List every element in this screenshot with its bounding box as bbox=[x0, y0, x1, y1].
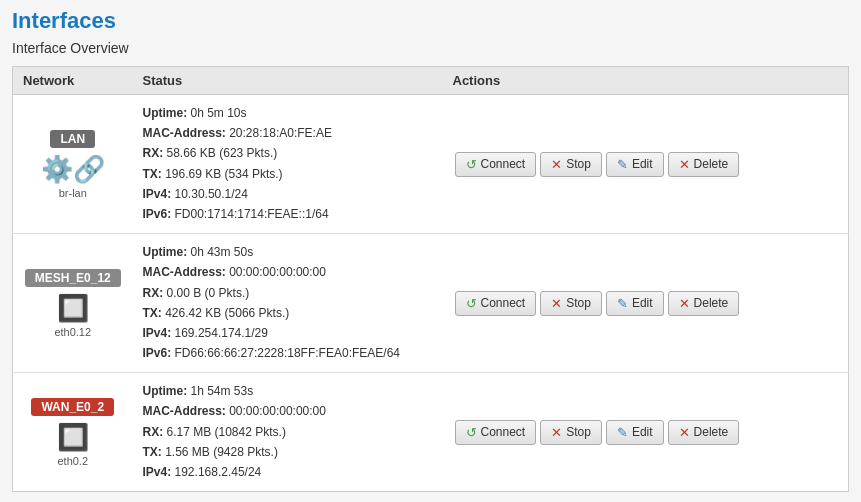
col-header-actions: Actions bbox=[443, 67, 849, 95]
stop-label-1: Stop bbox=[566, 296, 591, 310]
iface-label-1: eth0.12 bbox=[23, 326, 123, 338]
connect-label-0: Connect bbox=[481, 157, 526, 171]
network-badge-2: WAN_E0_2 bbox=[31, 398, 114, 416]
rx-2: RX: 6.17 MB (10842 Pkts.) bbox=[143, 423, 433, 442]
connect-label-2: Connect bbox=[481, 425, 526, 439]
stop-icon-0: ✕ bbox=[551, 157, 562, 172]
stop-label-2: Stop bbox=[566, 425, 591, 439]
iface-label-0: br-lan bbox=[23, 187, 123, 199]
network-cell-1: MESH_E0_12🔲eth0.12 bbox=[13, 234, 133, 373]
rx-0: RX: 58.66 KB (623 Pkts.) bbox=[143, 144, 433, 163]
actions-cell-0: ↺Connect✕Stop✎Edit✕Delete bbox=[443, 95, 849, 234]
status-cell-0: Uptime: 0h 5m 10sMAC-Address: 20:28:18:A… bbox=[133, 95, 443, 234]
iface-icon-2: 🔲 bbox=[23, 422, 123, 453]
mac-1: MAC-Address: 00:00:00:00:00:00 bbox=[143, 263, 433, 282]
delete-label-1: Delete bbox=[694, 296, 729, 310]
stop-icon-1: ✕ bbox=[551, 296, 562, 311]
delete-button-1[interactable]: ✕Delete bbox=[668, 291, 740, 316]
edit-label-0: Edit bbox=[632, 157, 653, 171]
col-header-status: Status bbox=[133, 67, 443, 95]
uptime-0: Uptime: 0h 5m 10s bbox=[143, 104, 433, 123]
status-cell-2: Uptime: 1h 54m 53sMAC-Address: 00:00:00:… bbox=[133, 373, 443, 492]
table-row: MESH_E0_12🔲eth0.12Uptime: 0h 43m 50sMAC-… bbox=[13, 234, 849, 373]
delete-label-2: Delete bbox=[694, 425, 729, 439]
ipv6-0: IPv6: FD00:1714:1714:FEAE::1/64 bbox=[143, 205, 433, 224]
lan-icon: ⚙️🔗 bbox=[41, 154, 105, 184]
stop-button-2[interactable]: ✕Stop bbox=[540, 420, 602, 445]
network-badge-0: LAN bbox=[50, 130, 95, 148]
tx-2: TX: 1.56 MB (9428 Pkts.) bbox=[143, 443, 433, 462]
interfaces-table: Network Status Actions LAN⚙️🔗br-lanUptim… bbox=[12, 66, 849, 492]
table-row: LAN⚙️🔗br-lanUptime: 0h 5m 10sMAC-Address… bbox=[13, 95, 849, 234]
iface-label-2: eth0.2 bbox=[23, 455, 123, 467]
iface-icon-0: ⚙️🔗 bbox=[23, 154, 123, 185]
iface-icon-1: 🔲 bbox=[23, 293, 123, 324]
network-cell-0: LAN⚙️🔗br-lan bbox=[13, 95, 133, 234]
connect-button-0[interactable]: ↺Connect bbox=[455, 152, 537, 177]
connect-label-1: Connect bbox=[481, 296, 526, 310]
delete-label-0: Delete bbox=[694, 157, 729, 171]
status-cell-1: Uptime: 0h 43m 50sMAC-Address: 00:00:00:… bbox=[133, 234, 443, 373]
delete-icon-0: ✕ bbox=[679, 157, 690, 172]
col-header-network: Network bbox=[13, 67, 133, 95]
delete-button-0[interactable]: ✕Delete bbox=[668, 152, 740, 177]
edit-button-1[interactable]: ✎Edit bbox=[606, 291, 664, 316]
delete-icon-2: ✕ bbox=[679, 425, 690, 440]
edit-button-2[interactable]: ✎Edit bbox=[606, 420, 664, 445]
tx-1: TX: 426.42 KB (5066 Pkts.) bbox=[143, 304, 433, 323]
connect-icon-2: ↺ bbox=[466, 425, 477, 440]
network-cell-2: WAN_E0_2🔲eth0.2 bbox=[13, 373, 133, 492]
ipv4-0: IPv4: 10.30.50.1/24 bbox=[143, 185, 433, 204]
eth-icon-2: 🔲 bbox=[57, 422, 89, 452]
stop-button-1[interactable]: ✕Stop bbox=[540, 291, 602, 316]
table-row: WAN_E0_2🔲eth0.2Uptime: 1h 54m 53sMAC-Add… bbox=[13, 373, 849, 492]
eth-icon-1: 🔲 bbox=[57, 293, 89, 323]
page-title: Interfaces bbox=[12, 8, 849, 34]
edit-icon-2: ✎ bbox=[617, 425, 628, 440]
uptime-1: Uptime: 0h 43m 50s bbox=[143, 243, 433, 262]
connect-icon-1: ↺ bbox=[466, 296, 477, 311]
delete-icon-1: ✕ bbox=[679, 296, 690, 311]
edit-button-0[interactable]: ✎Edit bbox=[606, 152, 664, 177]
stop-icon-2: ✕ bbox=[551, 425, 562, 440]
connect-icon-0: ↺ bbox=[466, 157, 477, 172]
edit-label-1: Edit bbox=[632, 296, 653, 310]
edit-icon-1: ✎ bbox=[617, 296, 628, 311]
mac-0: MAC-Address: 20:28:18:A0:FE:AE bbox=[143, 124, 433, 143]
rx-1: RX: 0.00 B (0 Pkts.) bbox=[143, 284, 433, 303]
uptime-2: Uptime: 1h 54m 53s bbox=[143, 382, 433, 401]
edit-label-2: Edit bbox=[632, 425, 653, 439]
edit-icon-0: ✎ bbox=[617, 157, 628, 172]
delete-button-2[interactable]: ✕Delete bbox=[668, 420, 740, 445]
connect-button-2[interactable]: ↺Connect bbox=[455, 420, 537, 445]
ipv4-1: IPv4: 169.254.174.1/29 bbox=[143, 324, 433, 343]
actions-cell-2: ↺Connect✕Stop✎Edit✕Delete bbox=[443, 373, 849, 492]
network-badge-1: MESH_E0_12 bbox=[25, 269, 121, 287]
page-subtitle: Interface Overview bbox=[12, 40, 849, 56]
ipv4-2: IPv4: 192.168.2.45/24 bbox=[143, 463, 433, 482]
ipv6-1: IPv6: FD66:66:66:27:2228:18FF:FEA0:FEAE/… bbox=[143, 344, 433, 363]
stop-button-0[interactable]: ✕Stop bbox=[540, 152, 602, 177]
connect-button-1[interactable]: ↺Connect bbox=[455, 291, 537, 316]
mac-2: MAC-Address: 00:00:00:00:00:00 bbox=[143, 402, 433, 421]
actions-cell-1: ↺Connect✕Stop✎Edit✕Delete bbox=[443, 234, 849, 373]
stop-label-0: Stop bbox=[566, 157, 591, 171]
tx-0: TX: 196.69 KB (534 Pkts.) bbox=[143, 165, 433, 184]
